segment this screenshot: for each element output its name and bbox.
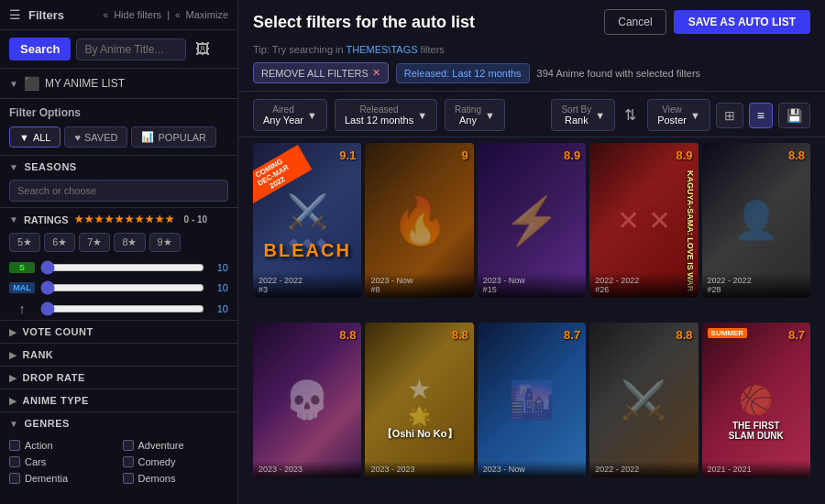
drop-rate-label: DROP RATE <box>23 372 85 383</box>
genre-action[interactable]: Action <box>9 438 116 453</box>
aired-chevron-icon: ▼ <box>307 110 317 121</box>
genre-adventure-checkbox[interactable] <box>123 440 134 451</box>
poster-5-date: 2022 - 2022 <box>708 276 805 285</box>
tab-all[interactable]: ▼ ALL <box>9 126 60 148</box>
slider-s-row: S 10 <box>0 257 237 278</box>
poster-10-art: 🏀 <box>702 323 810 477</box>
poster-card-1[interactable]: COMING DEC-MAR 2022 ⚔️ ◆ ◆ ◆ BLEACH 9.1 … <box>253 143 361 298</box>
rating-btn-6[interactable]: 6★ <box>44 233 75 252</box>
sort-by-dropdown[interactable]: Sort By Rank ▼ <box>551 99 615 131</box>
seasons-chevron-icon: ▼ <box>9 162 18 172</box>
grid-view-icon[interactable]: ⊞ <box>716 103 743 128</box>
poster-card-4[interactable]: ✕ ✕ KAGUYA-SAMA: LOVE IS WAR 8.9 2022 - … <box>589 143 698 298</box>
filter-toggle-icon[interactable]: ☰ <box>9 7 21 22</box>
genres-label: GENRES <box>24 418 69 429</box>
poster-3-score: 8.9 <box>564 148 580 162</box>
active-filter-label: Released: Last 12 months <box>404 68 522 79</box>
remove-all-close-icon: ✕ <box>372 67 380 79</box>
poster-card-5[interactable]: 👤 8.8 2022 - 2022 #28 <box>702 143 810 298</box>
genre-action-label: Action <box>25 440 53 451</box>
sidebar: ☰ Filters « Hide filters | « Maximize Se… <box>0 0 238 504</box>
genre-cars[interactable]: Cars <box>9 455 116 469</box>
filter-options-header: Filter Options <box>0 99 237 123</box>
poster-3-date: 2023 - Now <box>483 276 580 285</box>
slider-s[interactable] <box>40 260 204 275</box>
genre-comedy-label: Comedy <box>138 456 176 467</box>
save-as-auto-list-button[interactable]: SAVE AS AUTO LIST <box>674 10 810 34</box>
poster-card-2[interactable]: 🔥 9 2023 - Now #8 <box>365 143 473 298</box>
filter-options: Filter Options ▼ ALL ♥ SAVED 📊 POPULAR <box>0 99 237 155</box>
slider-extra[interactable] <box>40 301 204 316</box>
search-button[interactable]: Search <box>9 38 71 60</box>
remove-all-filters-button[interactable]: REMOVE ALL FILTERS ✕ <box>253 62 389 83</box>
drop-rate-chevron-icon: ▶ <box>9 373 17 383</box>
genre-dementia[interactable]: Dementia <box>9 471 116 486</box>
view-dropdown[interactable]: View Poster ▼ <box>647 99 710 131</box>
poster-7-title-text: 【Oshi No Ko】 <box>365 427 473 441</box>
seasons-header[interactable]: ▼ SEASONS <box>0 156 237 178</box>
poster-8-date: 2023 - Now <box>483 465 580 474</box>
sort-by-inner: Sort By Rank <box>561 104 591 126</box>
rating-btn-8[interactable]: 8★ <box>114 233 145 252</box>
aired-dropdown-inner: Aired Any Year <box>263 104 303 126</box>
released-dropdown-inner: Released Last 12 months <box>345 104 413 126</box>
anime-type-chevron-icon: ▶ <box>9 396 17 406</box>
rank-header[interactable]: ▶ RANK <box>0 344 237 366</box>
rating-value: Any <box>459 115 477 126</box>
rating-dropdown[interactable]: Rating Any ▼ <box>445 99 505 131</box>
anime-type-header[interactable]: ▶ ANIME TYPE <box>0 389 237 411</box>
genre-demons-checkbox[interactable] <box>123 473 134 484</box>
genre-cars-checkbox[interactable] <box>9 456 20 467</box>
image-search-icon[interactable]: 🖼 <box>192 39 214 60</box>
my-anime-list-header[interactable]: ▼ ⬛ MY ANIME LIST <box>0 69 237 99</box>
genre-comedy-checkbox[interactable] <box>123 456 134 467</box>
aired-label: Aired <box>263 104 303 115</box>
poster-card-6[interactable]: 💀 8.8 2023 - 2023 <box>253 323 361 477</box>
poster-10-date: 2021 - 2021 <box>708 465 805 474</box>
hide-filters-label[interactable]: Hide filters <box>114 9 161 20</box>
genres-section: ▼ GENRES Action Adventure Cars Comedy <box>0 411 237 491</box>
ratings-header[interactable]: ▼ RATINGS ★★★★★★★★★★ 0 - 10 <box>0 208 237 231</box>
poster-card-9[interactable]: ⚔️ 8.8 2022 - 2022 <box>589 323 698 477</box>
poster-8-art: 🌆 <box>478 323 586 477</box>
seasons-search-input[interactable] <box>9 180 228 202</box>
drop-rate-header[interactable]: ▶ DROP RATE <box>0 367 237 389</box>
sidebar-controls: « Hide filters | « Maximize <box>104 9 228 20</box>
list-view-icon[interactable]: ≡ <box>749 103 773 128</box>
genre-demons[interactable]: Demons <box>123 471 229 486</box>
genre-dementia-checkbox[interactable] <box>9 473 20 484</box>
slider-mal[interactable] <box>40 280 204 295</box>
released-dropdown[interactable]: Released Last 12 months ▼ <box>335 99 437 131</box>
aired-dropdown[interactable]: Aired Any Year ▼ <box>253 99 327 131</box>
rating-btn-9[interactable]: 9★ <box>149 233 181 252</box>
cancel-button[interactable]: Cancel <box>604 9 666 35</box>
genre-adventure[interactable]: Adventure <box>123 438 229 453</box>
poster-2-overlay: 2023 - Now #8 <box>365 272 473 298</box>
poster-7-overlay: 2023 - 2023 <box>365 461 473 477</box>
genre-action-checkbox[interactable] <box>9 440 20 451</box>
save-view-icon[interactable]: 💾 <box>778 103 810 128</box>
genres-header[interactable]: ▼ GENRES <box>0 412 237 434</box>
tab-saved[interactable]: ♥ SAVED <box>64 126 127 148</box>
poster-1-rank: #3 <box>258 285 356 294</box>
vote-count-label: VOTE COUNT <box>23 326 94 337</box>
poster-card-3[interactable]: ⚡ 8.9 2023 - Now #15 <box>478 143 586 298</box>
maximize-label[interactable]: Maximize <box>186 9 228 20</box>
poster-card-8[interactable]: 🌆 8.7 2023 - Now <box>478 323 586 477</box>
vote-count-header[interactable]: ▶ VOTE COUNT <box>0 321 237 343</box>
poster-card-10[interactable]: 🏀 SUMMER THE FIRSTSLAM DUNK 8.7 2021 - 2… <box>702 323 810 477</box>
genre-comedy[interactable]: Comedy <box>123 455 229 469</box>
rating-btn-5[interactable]: 5★ <box>9 233 40 252</box>
poster-card-7[interactable]: ★ 🌟 【Oshi No Ko】 8.8 2023 - 2023 <box>365 323 473 477</box>
genre-cars-label: Cars <box>25 456 46 467</box>
filters-title: Filters <box>28 8 64 22</box>
anime-type-label: ANIME TYPE <box>23 395 89 406</box>
sort-direction-icon[interactable]: ⇅ <box>621 104 640 126</box>
summer-badge: SUMMER <box>708 328 748 338</box>
search-input[interactable] <box>76 38 186 60</box>
rating-btn-7[interactable]: 7★ <box>79 233 110 252</box>
hide-filters-icon[interactable]: « <box>104 10 109 20</box>
tab-popular[interactable]: 📊 POPULAR <box>131 126 216 148</box>
maximize-icon[interactable]: « <box>175 10 181 20</box>
search-row: Search 🖼 <box>0 30 237 69</box>
